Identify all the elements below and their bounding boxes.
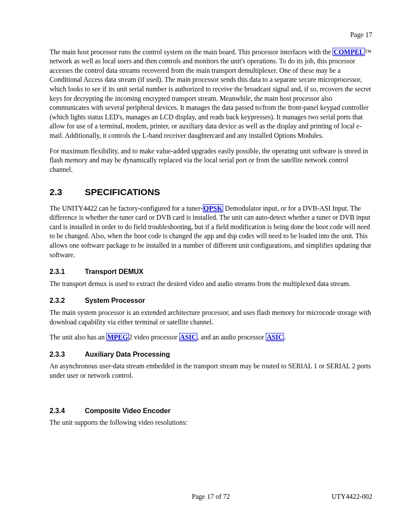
section-title: System Processor	[85, 297, 145, 304]
section-title: Auxiliary Data Processing	[85, 351, 170, 358]
link-compel[interactable]: COMPEL	[333, 48, 364, 56]
heading-composite-video: 2.3.4Composite Video Encoder	[50, 406, 372, 416]
section-number: 2.3.3	[50, 350, 85, 359]
section-title: Composite Video Encoder	[85, 407, 171, 414]
paragraph-composite-video: The unit supports the following video re…	[50, 418, 372, 427]
footer-doc-id: UTY4422-002	[332, 492, 372, 501]
paragraph-transport-demux: The transport demux is used to extract t…	[50, 279, 372, 289]
text: Demodulator input, or for a DVB-ASI Inpu…	[50, 205, 371, 258]
link-asic-audio[interactable]: ASIC	[266, 333, 284, 341]
section-number: 2.3.1	[50, 267, 85, 277]
text: 2 video processor	[129, 333, 179, 341]
paragraph-host-processor: The main host processor runs the control…	[50, 47, 372, 140]
footer-page-count: Page 17 of 72	[50, 492, 372, 501]
link-asic-video[interactable]: ASIC	[179, 333, 197, 341]
section-number: 2.3.4	[50, 406, 85, 416]
link-mpeg[interactable]: MPEG	[106, 333, 129, 341]
text: The UNITY4422 can be factory-configured …	[50, 205, 203, 212]
text: ™ network as well as local users and the…	[50, 48, 371, 139]
link-qpsk[interactable]: QPSK	[203, 204, 224, 212]
paragraph-aux-data: An asynchronous user-data stream embedde…	[50, 361, 372, 380]
paragraph-system-processor-a: The main system processor is an extended…	[50, 308, 372, 327]
section-number: 2.3	[50, 186, 85, 198]
section-number: 2.3.2	[50, 296, 85, 305]
paragraph-specifications: The UNITY4422 can be factory-configured …	[50, 204, 372, 260]
text: The main host processor runs the control…	[50, 48, 333, 56]
section-title: SPECIFICATIONS	[85, 187, 160, 197]
heading-aux-data: 2.3.3Auxiliary Data Processing	[50, 350, 372, 359]
text: , and an audio processor	[197, 333, 266, 341]
page-header: Page 17	[50, 30, 372, 40]
section-title: Transport DEMUX	[85, 268, 143, 275]
text: The unit also has an	[50, 333, 106, 341]
paragraph-system-processor-b: The unit also has an MPEG2 video process…	[50, 333, 372, 342]
heading-transport-demux: 2.3.1Transport DEMUX	[50, 267, 372, 277]
heading-system-processor: 2.3.2System Processor	[50, 296, 372, 305]
heading-specifications: 2.3SPECIFICATIONS	[50, 186, 372, 198]
paragraph-flexibility: For maximum flexibility, and to make val…	[50, 146, 372, 174]
page-footer: Page 17 of 72 UTY4422-002	[50, 492, 372, 501]
text: .	[284, 333, 286, 341]
